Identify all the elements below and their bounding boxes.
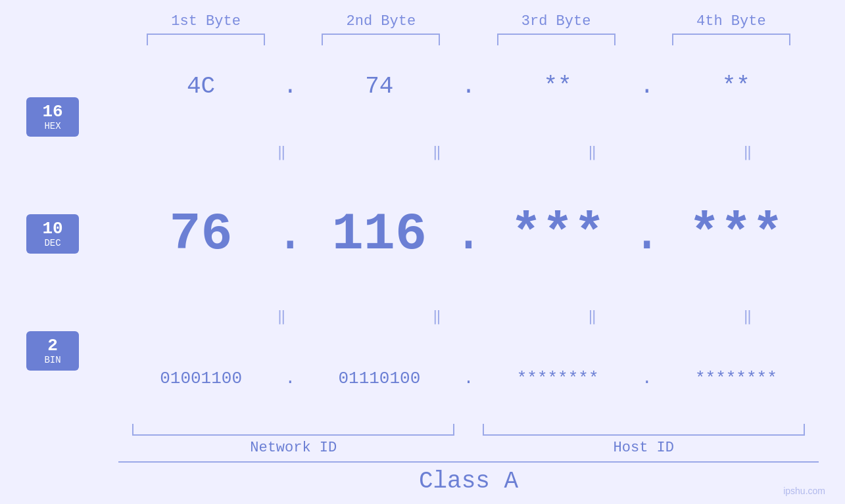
hex-b4: ** (654, 73, 819, 100)
hex-row: 4C . 74 . ** . ** (118, 73, 819, 100)
hex-base-label: HEX (34, 121, 71, 131)
main-container: 1st Byte 2nd Byte 3rd Byte 4th Byte 16 H… (0, 0, 845, 504)
host-bracket (483, 424, 805, 436)
watermark: ipshu.com (783, 486, 825, 496)
dec-b3-group: *** (475, 204, 640, 264)
hex-b1: 4C (118, 73, 283, 100)
top-bracket-2 (322, 34, 440, 45)
eq1-col2: ‖ (366, 143, 508, 161)
hex-b1-group: 4C (118, 73, 283, 100)
dec-b1: 76 (118, 204, 283, 264)
hex-b4-group: ** (654, 73, 819, 100)
dec-b1-group: 76 (118, 204, 283, 264)
top-brackets-row (118, 34, 819, 45)
eq2-col3: ‖ (521, 308, 664, 325)
byte-headers-row: 1st Byte 2nd Byte 3rd Byte 4th Byte (118, 13, 819, 34)
base-badges-col: 16 HEX 10 DEC 2 BIN (26, 52, 118, 423)
byte1-header: 1st Byte (118, 13, 293, 34)
dec-base-num: 10 (34, 219, 71, 239)
bin-b4-group: ******** (654, 369, 819, 388)
eq1-col1: ‖ (210, 143, 352, 161)
bin-b2-group: 01110100 (297, 369, 462, 388)
bin-base-num: 2 (34, 336, 71, 355)
main-grid: 16 HEX 10 DEC 2 BIN 4C . 74 (26, 52, 819, 423)
hex-dot-3: . (640, 75, 654, 99)
eq2-col1: ‖ (210, 308, 352, 325)
values-section: 4C . 74 . ** . ** ‖ ‖ (118, 52, 819, 423)
hex-b2: 74 (297, 73, 462, 100)
bottom-brackets-row (118, 424, 819, 436)
hex-dot-2: . (462, 75, 475, 99)
bracket-col-2 (293, 34, 468, 45)
bracket-col-3 (469, 34, 644, 45)
dec-base-label: DEC (34, 238, 71, 248)
eq2-col4: ‖ (677, 308, 819, 325)
dec-dot-1: . (283, 208, 297, 261)
hex-b3: ** (475, 73, 640, 100)
host-bracket-col (469, 424, 819, 436)
hex-badge: 16 HEX (26, 97, 79, 137)
equals-row-1: ‖ ‖ ‖ ‖ (210, 142, 819, 162)
dec-b3: *** (475, 204, 640, 264)
dec-b2-group: 116 (297, 204, 462, 264)
class-section: Class A (118, 461, 819, 497)
eq2-col2: ‖ (366, 308, 508, 325)
byte4-header: 4th Byte (644, 13, 819, 34)
network-bracket (132, 424, 454, 436)
dec-badge: 10 DEC (26, 214, 79, 254)
id-labels-row: Network ID Host ID (118, 440, 819, 456)
host-id-label: Host ID (469, 440, 819, 456)
network-id-label: Network ID (118, 440, 469, 456)
dec-b2: 116 (297, 204, 462, 264)
top-bracket-3 (497, 34, 616, 45)
network-bracket-col (118, 424, 469, 436)
top-bracket-1 (147, 34, 265, 45)
byte3-header: 3rd Byte (469, 13, 644, 34)
dec-dot-2: . (462, 208, 475, 261)
bin-dot-3: . (640, 370, 654, 387)
dec-dot-3: . (640, 208, 654, 261)
bin-b4: ******** (654, 369, 819, 388)
class-label: Class A (118, 463, 819, 497)
bin-b2: 01110100 (297, 369, 462, 388)
top-bracket-4 (672, 34, 790, 45)
bin-b3: ******** (475, 369, 640, 388)
bin-dot-1: . (283, 370, 297, 387)
bracket-col-4 (644, 34, 819, 45)
dec-row: 76 . 116 . *** . *** (118, 204, 819, 264)
eq1-col4: ‖ (677, 143, 819, 161)
dec-b4: *** (654, 204, 819, 264)
bin-badge: 2 BIN (26, 331, 79, 371)
equals-row-2: ‖ ‖ ‖ ‖ (210, 306, 819, 327)
bin-base-label: BIN (34, 355, 71, 365)
bracket-col-1 (118, 34, 293, 45)
byte2-header: 2nd Byte (293, 13, 468, 34)
eq1-col3: ‖ (521, 143, 664, 161)
hex-b2-group: 74 (297, 73, 462, 100)
hex-base-num: 16 (34, 103, 71, 122)
bin-dot-2: . (462, 370, 475, 387)
bin-b1-group: 01001100 (118, 369, 283, 388)
hex-dot-1: . (283, 75, 297, 99)
hex-b3-group: ** (475, 73, 640, 100)
bin-row: 01001100 . 01110100 . ******** . *******… (118, 369, 819, 388)
dec-b4-group: *** (654, 204, 819, 264)
bin-b3-group: ******** (475, 369, 640, 388)
bin-b1: 01001100 (118, 369, 283, 388)
